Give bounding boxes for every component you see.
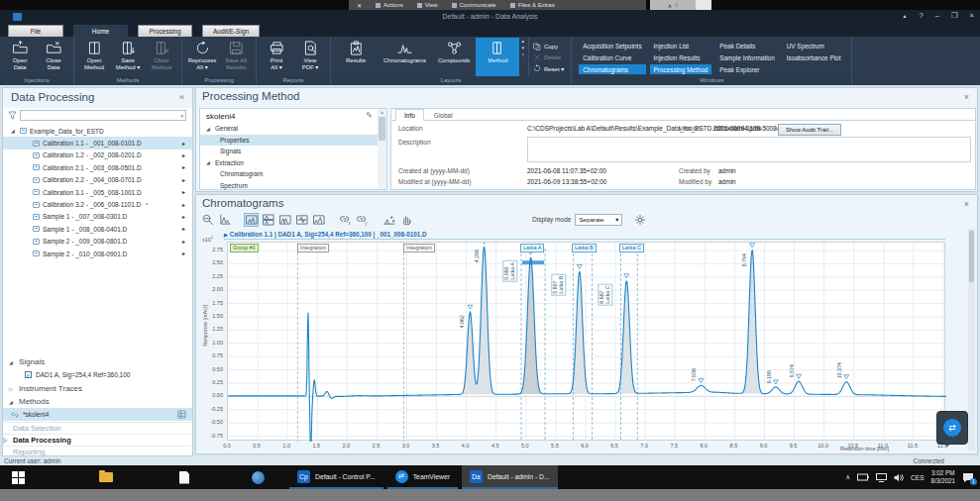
trace-title[interactable]: ▶Calibration 1.1 | DAD1 A, Sig=254,4 Ref… bbox=[224, 231, 945, 240]
collapse-sidebar-icon[interactable]: « bbox=[179, 92, 184, 102]
window-item-peak-explorer[interactable]: Peak Explorer bbox=[715, 64, 778, 74]
window-item-acquisition-setpoints[interactable]: Acquisition Setpoints bbox=[579, 41, 645, 50]
teamviewer-mini-panel[interactable]: ∧⁞⁞ bbox=[650, 0, 696, 10]
edit-pencil-icon[interactable]: ✎ bbox=[366, 111, 373, 120]
layout-stacked-icon[interactable] bbox=[261, 213, 275, 227]
maximize-icon[interactable]: ❐ bbox=[951, 11, 958, 20]
taskbar-default-admin-d[interactable]: DaDefault - admin - D... bbox=[462, 465, 558, 489]
chromatogram-plot[interactable]: Group #1IntegrationIntegrationLatka ALat… bbox=[227, 242, 945, 441]
method-item[interactable]: *skoleni4 bbox=[3, 408, 192, 421]
method-tree-spectrum[interactable]: Spectrum bbox=[200, 180, 379, 192]
file-explorer-button[interactable] bbox=[94, 465, 118, 489]
start-button[interactable] bbox=[6, 465, 30, 489]
dropdown-caret-icon[interactable]: ▾ bbox=[180, 113, 183, 119]
pan-hand-icon[interactable] bbox=[398, 213, 413, 227]
injection-row[interactable]: Calibration 3.1 - _005_008-1001.D► bbox=[3, 186, 192, 198]
filter-input[interactable]: ▾ bbox=[20, 110, 186, 121]
tree-root[interactable]: ◢Example_Data_for_ESTD bbox=[3, 125, 192, 137]
method-tree-general[interactable]: ◢General bbox=[200, 123, 379, 135]
method-tree-properties[interactable]: Properties bbox=[200, 135, 379, 147]
expand-arrow-icon[interactable]: ► bbox=[181, 250, 186, 256]
window-item-injection-list[interactable]: Injection List bbox=[650, 41, 712, 50]
battery-icon[interactable] bbox=[857, 473, 869, 481]
signal-item[interactable]: ✓DAD1 A, Sig=254,4 Ref=360,100 bbox=[3, 368, 192, 380]
chromatograms-button[interactable]: Chromatograms bbox=[378, 38, 432, 64]
expanded-icon[interactable]: ◢ bbox=[9, 399, 15, 405]
tab-home[interactable]: Home bbox=[73, 25, 128, 37]
compound-window-tag[interactable]: Latka B bbox=[572, 244, 597, 252]
injection-row[interactable]: Sample 1 - _008_008-0401.D► bbox=[3, 223, 192, 235]
layout-overlay-icon[interactable] bbox=[277, 213, 292, 227]
signal-checkbox[interactable]: ✓ bbox=[25, 371, 32, 378]
expand-arrow-icon[interactable]: ► bbox=[181, 189, 186, 195]
expand-arrow-icon[interactable]: ► bbox=[181, 202, 186, 208]
expanded-icon[interactable]: ◢ bbox=[206, 126, 212, 132]
manual-integration-icon[interactable] bbox=[381, 213, 396, 227]
section-methods[interactable]: ◢Methods bbox=[3, 395, 192, 408]
tab-info[interactable]: Info bbox=[395, 109, 424, 121]
window-item-chromatograms[interactable]: Chromatograms bbox=[579, 64, 645, 74]
close-data-button[interactable]: Close Data bbox=[37, 38, 70, 70]
injection-row[interactable]: Calibration 1.2 - _002_008-0201.D► bbox=[3, 150, 192, 161]
actions-menu[interactable]: Actions bbox=[376, 2, 403, 8]
method-button[interactable]: Method bbox=[476, 38, 519, 76]
window-item-calibration-curve[interactable]: Calibration Curve bbox=[579, 52, 645, 62]
network-icon[interactable] bbox=[876, 473, 887, 482]
save-all-results-button[interactable]: Save All Results bbox=[219, 38, 253, 70]
compound-window-tag[interactable]: Latka C bbox=[619, 244, 644, 252]
close-panel-icon[interactable]: × bbox=[964, 92, 969, 102]
window-item-peak-details[interactable]: Peak Details bbox=[715, 41, 778, 50]
injection-row[interactable]: Calibration 2.2 - _004_008-0701.D► bbox=[3, 174, 192, 186]
chromatogram-scrollbar[interactable] bbox=[968, 229, 975, 451]
close-panel-icon[interactable]: × bbox=[964, 199, 969, 209]
expand-arrow-icon[interactable]: ► bbox=[181, 141, 186, 147]
expand-arrow-icon[interactable]: ► bbox=[181, 164, 186, 170]
print-all-button[interactable]: Print All ▾ bbox=[260, 38, 293, 70]
pin-ribbon-icon[interactable]: ▲ bbox=[903, 11, 908, 20]
close-method-button[interactable]: Close Method bbox=[145, 38, 178, 70]
close-icon[interactable]: × bbox=[970, 11, 974, 20]
teamviewer-mini-tab[interactable] bbox=[696, 0, 711, 10]
tab-processing[interactable]: Processing bbox=[138, 25, 192, 37]
chart-settings-icon[interactable] bbox=[632, 213, 647, 227]
expand-arrow-icon[interactable]: ► bbox=[181, 239, 186, 245]
show-audit-trail-button[interactable]: Show Audit Trail... bbox=[778, 124, 841, 136]
delete-button[interactable]: Delete bbox=[533, 53, 564, 61]
method-tree-scrollbar[interactable]: ▴ bbox=[378, 109, 386, 189]
nav-data-selection[interactable]: Data Selection bbox=[3, 422, 192, 434]
open-method-button[interactable]: Open Method bbox=[77, 38, 111, 70]
method-tree-chromatogram[interactable]: Chromatogram bbox=[200, 168, 379, 180]
autoscale-icon[interactable] bbox=[217, 213, 232, 227]
open-data-button[interactable]: Open Data bbox=[3, 38, 37, 70]
communicate-menu[interactable]: Communicate bbox=[452, 2, 496, 8]
teamviewer-edge-button[interactable]: ⇄ bbox=[936, 411, 968, 445]
results-button[interactable]: Results bbox=[334, 38, 378, 64]
layout-single-icon[interactable] bbox=[244, 213, 259, 227]
window-item-injection-results[interactable]: Injection Results bbox=[650, 52, 712, 62]
expand-arrow-icon[interactable]: ► bbox=[181, 226, 186, 232]
expand-arrow-icon[interactable]: ► bbox=[181, 152, 186, 158]
injection-row[interactable]: Sample 2 - _009_008-0801.D► bbox=[3, 236, 192, 248]
expanded-icon[interactable]: ◢ bbox=[206, 159, 212, 165]
section-instrument-traces[interactable]: ▷Instrument Traces bbox=[3, 382, 192, 395]
tab-audit-e-sign[interactable]: Audit/E-Sign bbox=[202, 25, 260, 37]
expand-arrow-icon[interactable]: ► bbox=[181, 177, 186, 183]
description-input[interactable] bbox=[527, 137, 971, 162]
taskbar-teamviewer[interactable]: ⇄TeamViewer bbox=[387, 465, 458, 489]
section-signals[interactable]: ◢Signals bbox=[3, 355, 192, 368]
window-item-sample-information[interactable]: Sample Information bbox=[715, 52, 778, 62]
minimize-icon[interactable]: – bbox=[935, 11, 939, 20]
expand-arrow-icon[interactable]: ► bbox=[181, 214, 186, 220]
document-app-button[interactable] bbox=[172, 465, 196, 489]
expander-icon[interactable]: ◢ bbox=[11, 128, 17, 134]
volume-icon[interactable] bbox=[894, 473, 904, 482]
compound-window-tag[interactable]: Latka A bbox=[520, 244, 544, 252]
table-icon[interactable] bbox=[177, 410, 186, 419]
injection-row[interactable]: Calibration 1.1 - _001_008-0101.D► bbox=[3, 137, 192, 149]
injection-row[interactable]: Sample 2 - _010_008-0901.D► bbox=[3, 248, 192, 259]
method-tree-extraction[interactable]: ◢Extraction bbox=[200, 157, 379, 169]
method-tree-signals[interactable]: Signals bbox=[200, 146, 379, 157]
clock[interactable]: 3:02 PM8/3/2021 bbox=[930, 469, 955, 485]
zoom-out-icon[interactable] bbox=[200, 213, 215, 227]
close-icon[interactable]: ✕ bbox=[357, 2, 362, 9]
